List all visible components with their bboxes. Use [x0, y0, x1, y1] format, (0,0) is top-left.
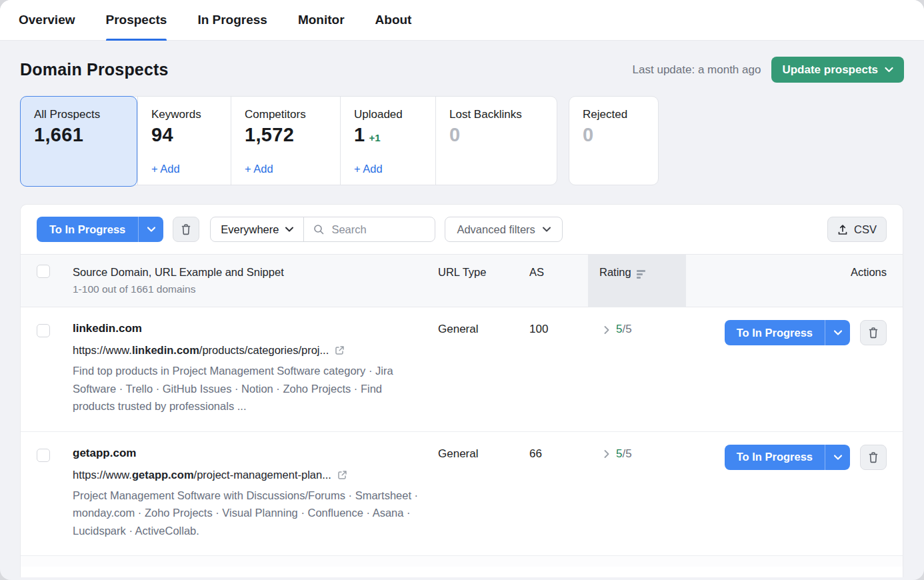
card-value: 0 — [449, 124, 460, 146]
tab-prospects[interactable]: Prospects — [106, 0, 167, 41]
url-snippet: Find top products in Project Management … — [73, 362, 419, 415]
card-uploaded[interactable]: Uploaded 1 +1 + Add — [340, 97, 435, 185]
update-prospects-label: Update prospects — [782, 63, 878, 77]
chevron-down-icon — [885, 67, 893, 73]
card-label: Lost Backlinks — [449, 108, 543, 121]
tab-in-progress[interactable]: In Progress — [197, 0, 267, 41]
url-example: https://www.getapp.com/project-managemen… — [73, 469, 438, 481]
card-label: Competitors — [245, 108, 327, 121]
card-label: Uploaded — [354, 108, 422, 121]
column-actions: Actions — [686, 255, 887, 279]
card-value: 1 — [354, 124, 365, 146]
tab-monitor[interactable]: Monitor — [298, 0, 345, 41]
card-value: 0 — [583, 124, 593, 146]
next-row-partial — [21, 556, 903, 567]
export-icon — [837, 224, 848, 235]
chevron-down-icon — [834, 455, 842, 460]
export-csv-button[interactable]: CSV — [827, 217, 887, 242]
card-label: Rejected — [583, 108, 645, 121]
select-all-checkbox[interactable] — [37, 265, 50, 278]
bulk-action-label: To In Progress — [37, 217, 138, 242]
column-rating-sorted[interactable]: Rating — [588, 255, 686, 307]
card-value: 1,661 — [34, 124, 83, 146]
card-keywords[interactable]: Keywords 94 + Add — [137, 97, 231, 185]
search-scope-select[interactable]: Everywhere — [211, 217, 304, 241]
column-as: AS — [529, 255, 588, 279]
to-in-progress-button[interactable]: To In Progress — [725, 320, 850, 345]
bulk-to-in-progress-button[interactable]: To In Progress — [37, 217, 163, 242]
url-type-value: General — [438, 322, 529, 336]
external-link-icon[interactable] — [337, 470, 347, 480]
trash-icon — [181, 223, 191, 235]
card-rejected[interactable]: Rejected 0 — [569, 96, 659, 185]
as-value: 100 — [529, 322, 588, 336]
csv-label: CSV — [854, 223, 877, 236]
bulk-delete-button[interactable] — [173, 217, 199, 242]
pagination-summary: 1-100 out of 1661 domains — [73, 283, 438, 307]
last-update-text: Last update: a month ago — [633, 63, 761, 77]
source-domain: getapp.com — [73, 447, 438, 460]
row-checkbox[interactable] — [37, 449, 50, 462]
card-label: Keywords — [151, 108, 217, 121]
trash-icon — [868, 327, 879, 339]
column-rating-label: Rating — [599, 266, 631, 279]
page-title: Domain Prospects — [20, 60, 169, 79]
add-competitors-link[interactable]: + Add — [245, 163, 327, 175]
column-source-domain: Source Domain, URL Example and Snippet — [73, 255, 438, 279]
chevron-down-icon — [285, 227, 293, 232]
table-row: linkedin.com https://www.linkedin.com/pr… — [21, 307, 903, 432]
add-uploaded-link[interactable]: + Add — [354, 163, 422, 175]
rating-total: /5 — [622, 323, 631, 335]
search-box — [304, 217, 435, 241]
search-scope-value: Everywhere — [221, 223, 279, 236]
table-toolbar: To In Progress Everywhere Advance — [21, 205, 903, 254]
url-snippet: Project Management Software with Discuss… — [73, 487, 419, 540]
source-domain: linkedin.com — [73, 322, 438, 335]
cards-group: All Prospects 1,661 Keywords 94 + Add Co… — [20, 96, 557, 185]
rating-cell: 5/5 — [588, 322, 686, 336]
to-in-progress-label: To In Progress — [725, 445, 825, 470]
expand-rating-icon[interactable] — [604, 450, 609, 458]
as-value: 66 — [529, 447, 588, 461]
tab-about[interactable]: About — [375, 0, 412, 41]
delete-row-button[interactable] — [860, 445, 887, 470]
card-label: All Prospects — [34, 108, 123, 121]
card-delta-badge: +1 — [369, 132, 380, 143]
row-actions: To In Progress — [686, 445, 887, 470]
prospects-table-card: To In Progress Everywhere Advance — [20, 204, 903, 577]
sort-descending-icon — [637, 270, 645, 279]
delete-row-button[interactable] — [860, 320, 887, 345]
search-icon — [313, 224, 324, 235]
card-all-prospects[interactable]: All Prospects 1,661 — [20, 96, 137, 187]
card-competitors[interactable]: Competitors 1,572 + Add — [231, 97, 340, 185]
advanced-filters-button[interactable]: Advanced filters — [445, 217, 562, 242]
column-url-type: URL Type — [438, 255, 529, 279]
rating-total: /5 — [622, 447, 631, 460]
expand-rating-icon[interactable] — [604, 326, 609, 334]
table-header: Source Domain, URL Example and Snippet 1… — [21, 254, 903, 307]
rating-cell: 5/5 — [588, 447, 686, 461]
url-example: https://www.linkedin.com/products/catego… — [73, 344, 438, 357]
update-prospects-button[interactable]: Update prospects — [771, 57, 904, 83]
url-type-value: General — [438, 447, 529, 461]
action-caret[interactable] — [825, 320, 850, 345]
row-checkbox[interactable] — [37, 324, 50, 337]
add-keywords-link[interactable]: + Add — [151, 163, 217, 175]
bulk-action-caret[interactable] — [138, 217, 163, 242]
tab-bar: Overview Prospects In Progress Monitor A… — [0, 0, 924, 41]
card-value: 1,572 — [245, 124, 294, 146]
action-caret[interactable] — [825, 445, 850, 470]
card-value: 94 — [151, 124, 173, 146]
prospect-filter-cards: All Prospects 1,661 Keywords 94 + Add Co… — [0, 83, 924, 185]
advanced-filters-label: Advanced filters — [457, 223, 535, 236]
tab-overview[interactable]: Overview — [19, 0, 75, 41]
link-building-tool-app: Overview Prospects In Progress Monitor A… — [0, 0, 924, 580]
row-actions: To In Progress — [686, 320, 887, 345]
external-link-icon[interactable] — [335, 345, 345, 355]
to-in-progress-label: To In Progress — [725, 320, 825, 345]
card-lost-backlinks[interactable]: Lost Backlinks 0 — [435, 97, 557, 185]
page-header: Domain Prospects Last update: a month ag… — [0, 41, 924, 83]
search-input[interactable] — [330, 223, 425, 237]
chevron-down-icon — [834, 330, 842, 335]
to-in-progress-button[interactable]: To In Progress — [725, 445, 850, 470]
